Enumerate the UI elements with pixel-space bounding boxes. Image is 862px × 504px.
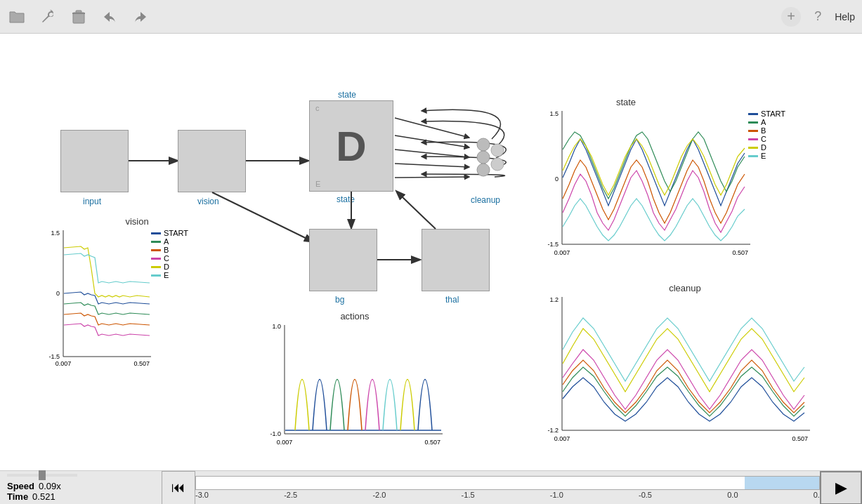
svg-rect-0 [73, 13, 84, 23]
svg-point-12 [477, 164, 490, 176]
tl-label-6: -0.5 [639, 491, 652, 499]
bottom-bar: Speed 0.09x Time 0.521 ⏮ -3.0 -2.5 -2.0 … [0, 470, 862, 504]
svg-text:0.007: 0.007 [55, 360, 72, 367]
state-bottom-label: state [337, 194, 355, 204]
svg-rect-1 [76, 11, 81, 13]
svg-text:1.2: 1.2 [549, 296, 559, 303]
tl-label-2: -2.5 [284, 491, 297, 499]
timeline-bar[interactable] [195, 476, 820, 490]
svg-point-14 [491, 158, 504, 171]
svg-line-8 [395, 164, 469, 167]
tl-label-8: 0. [814, 491, 820, 499]
cleanup-label: cleanup [471, 195, 500, 205]
svg-line-7 [395, 150, 469, 157]
svg-point-10 [477, 138, 490, 151]
svg-line-5 [395, 118, 469, 138]
time-label: Time [7, 491, 28, 502]
speed-label: Speed [7, 481, 34, 491]
svg-text:1.5: 1.5 [549, 110, 559, 117]
play-button[interactable]: ▶ [820, 471, 862, 505]
bg-node[interactable] [309, 229, 377, 291]
svg-text:0.507: 0.507 [792, 435, 808, 442]
bg-label: bg [335, 295, 344, 305]
vision-chart: vision START A B C D E 1.5 0 -1.5 0.007 … [42, 216, 232, 381]
svg-text:0.507: 0.507 [732, 249, 748, 256]
svg-text:0.007: 0.007 [554, 249, 570, 256]
tl-label-4: -1.5 [462, 491, 475, 499]
svg-text:1.5: 1.5 [51, 230, 60, 237]
svg-text:-1.5: -1.5 [547, 241, 559, 248]
svg-text:0: 0 [56, 290, 60, 297]
actions-chart-svg: 1.0 -1.0 0.007 0.507 [263, 321, 446, 451]
main-canvas: input vision D c E state state [0, 34, 862, 470]
svg-line-6 [395, 135, 469, 147]
cleanup-chart: cleanup 1.2 -1.2 0.007 0.507 [537, 283, 832, 451]
time-value: 0.521 [32, 491, 55, 502]
tl-label-7: 0.0 [727, 491, 738, 499]
svg-line-9 [395, 177, 469, 178]
wrench-icon[interactable] [38, 7, 58, 27]
svg-text:0.007: 0.007 [277, 439, 293, 446]
thal-node[interactable] [422, 229, 490, 291]
svg-point-11 [477, 151, 490, 164]
play-icon: ▶ [835, 479, 847, 497]
timeline-labels: -3.0 -2.5 -2.0 -1.5 -1.0 -0.5 0.0 0. [195, 490, 820, 500]
svg-text:-1.5: -1.5 [48, 353, 60, 360]
vision-legend: START A B C D E [151, 229, 188, 279]
svg-text:1.0: 1.0 [272, 323, 281, 330]
state-chart-svg: 1.5 0 -1.5 0.007 0.507 [541, 107, 755, 265]
speed-value: 0.09x [39, 481, 61, 491]
state-top-label: state [338, 90, 356, 100]
svg-rect-2 [72, 13, 85, 14]
thal-label: thal [445, 295, 459, 305]
help-button[interactable]: Help [835, 11, 855, 22]
trash-icon[interactable] [69, 7, 89, 27]
svg-text:0.507: 0.507 [424, 439, 440, 446]
back-icon[interactable] [100, 7, 119, 27]
state-node[interactable]: D c E [309, 100, 393, 192]
state-chart: state START A B C D E 1.5 0 -1.5 0.007 0… [537, 97, 832, 265]
svg-point-13 [491, 144, 504, 157]
timeline[interactable]: -3.0 -2.5 -2.0 -1.5 -1.0 -0.5 0.0 0. [195, 471, 820, 505]
svg-text:-1.2: -1.2 [547, 427, 559, 434]
svg-text:-1.0: -1.0 [270, 430, 281, 437]
vision-chart-svg: 1.5 0 -1.5 0.007 0.507 [46, 227, 155, 378]
tl-label-3: -2.0 [372, 491, 386, 499]
timeline-fill [745, 477, 819, 489]
add-icon[interactable]: + [781, 7, 801, 27]
arrow-vision-state [0, 34, 323, 216]
help-label: Help [835, 11, 855, 22]
forward-icon[interactable] [131, 7, 150, 27]
cleanup-node [469, 134, 518, 200]
vision-label: vision [197, 197, 219, 206]
tl-label-1: -3.0 [195, 491, 209, 499]
folder-icon[interactable] [7, 7, 27, 27]
cleanup-chart-svg: 1.2 -1.2 0.007 0.507 [541, 293, 815, 451]
skip-to-start-button[interactable]: ⏮ [162, 471, 195, 505]
actions-chart: actions 1.0 -1.0 0.007 0.507 [260, 311, 450, 451]
help-question-icon[interactable]: ? [808, 7, 828, 27]
vision-node[interactable] [178, 130, 246, 192]
cleanup-chart-title: cleanup [537, 283, 832, 293]
actions-chart-title: actions [260, 311, 450, 321]
input-label: input [83, 197, 101, 206]
speed-time-panel: Speed 0.09x Time 0.521 [0, 474, 162, 502]
vision-chart-title: vision [42, 216, 232, 227]
svg-text:0.007: 0.007 [554, 435, 570, 442]
input-node[interactable] [60, 130, 129, 192]
tl-label-5: -1.0 [550, 491, 563, 499]
state-chart-title: state [537, 97, 714, 107]
toolbar: + ? Help [0, 0, 862, 34]
svg-text:0.507: 0.507 [133, 360, 150, 367]
svg-text:0: 0 [555, 175, 559, 183]
